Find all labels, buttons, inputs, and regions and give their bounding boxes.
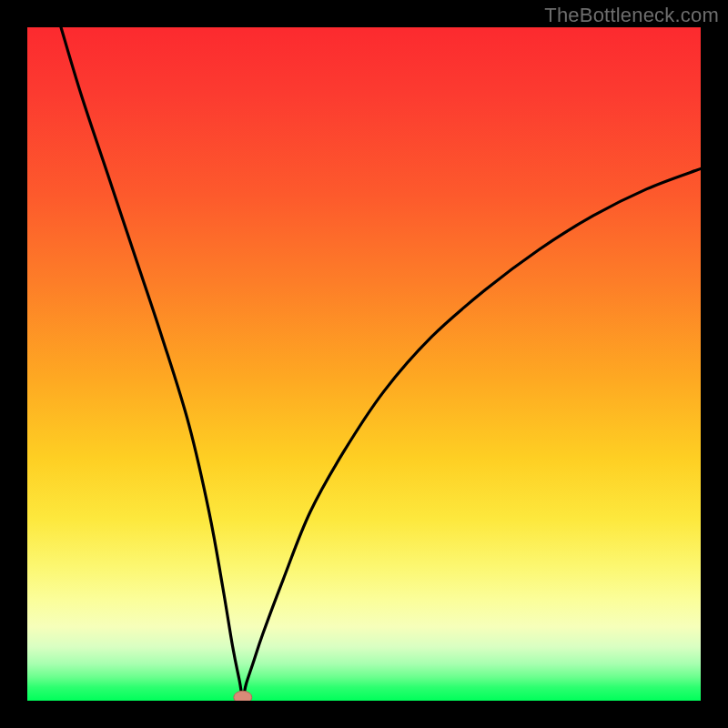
watermark-text: TheBottleneck.com bbox=[544, 4, 719, 27]
marker-layer bbox=[27, 27, 701, 701]
minimum-marker bbox=[234, 691, 252, 701]
chart-frame: TheBottleneck.com bbox=[0, 0, 728, 728]
plot-area bbox=[27, 27, 701, 701]
